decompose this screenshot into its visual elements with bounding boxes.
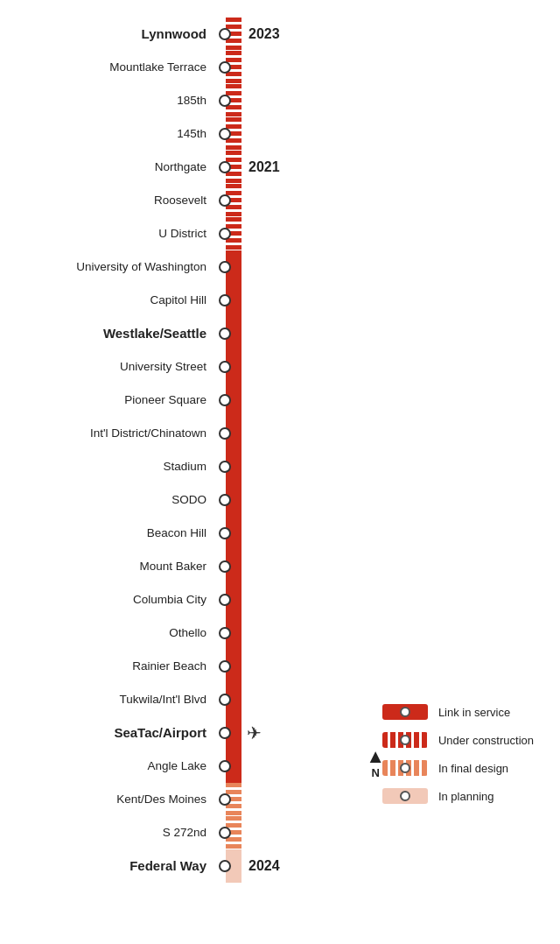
station-name: Lynnwood (0, 26, 217, 42)
station-name: U District (0, 227, 217, 241)
station-dot (217, 494, 233, 506)
station-name: University of Washington (0, 260, 217, 274)
station-row: 145th (0, 117, 560, 151)
station-name: SODO (0, 493, 217, 507)
station-name: Westlake/Seattle (0, 326, 217, 342)
station-row: Northgate2021 (0, 151, 560, 184)
station-name: Mountlake Terrace (0, 60, 217, 74)
station-dot-circle (219, 660, 231, 673)
station-name: Rainier Beach (0, 659, 217, 673)
station-dot-circle (219, 560, 231, 573)
station-dot (217, 128, 233, 140)
station-name: Pioneer Square (0, 393, 217, 407)
station-dot-circle (219, 261, 231, 273)
station-dot (217, 228, 233, 240)
station-dot-circle (219, 294, 231, 306)
station-row: Rainier Beach (0, 650, 560, 683)
station-dot (217, 527, 233, 539)
station-dot (217, 660, 233, 673)
station-row: Stadium (0, 450, 560, 483)
station-row: Angle Lake (0, 750, 560, 783)
station-name: 185th (0, 94, 217, 108)
station-dot-circle (219, 494, 231, 506)
station-name: Tukwila/Int'l Blvd (0, 693, 217, 707)
map-container: Lynnwood2023Mountlake Terrace185th145thN… (0, 0, 560, 909)
station-name: Northgate (0, 160, 217, 174)
station-row: U District (0, 217, 560, 250)
station-dot (217, 427, 233, 440)
station-dot-circle (219, 727, 231, 739)
station-row: Int'l District/Chinatown (0, 417, 560, 450)
station-dot-circle (219, 161, 231, 173)
station-row: University Street (0, 350, 560, 384)
station-dot (217, 61, 233, 74)
station-dot (217, 28, 233, 40)
station-name: Capitol Hill (0, 293, 217, 307)
station-name: Roosevelt (0, 194, 217, 208)
year-label: 2021 (248, 159, 280, 175)
station-name: University Street (0, 360, 217, 374)
station-dot-circle (219, 28, 231, 40)
station-name: Angle Lake (0, 759, 217, 773)
station-dot-circle (219, 627, 231, 639)
station-row: SeaTac/Airport✈ (0, 716, 560, 750)
station-dot (217, 294, 233, 306)
station-name: SeaTac/Airport (0, 725, 217, 741)
station-dot (217, 361, 233, 373)
station-name: Othello (0, 626, 217, 640)
station-dot-circle (219, 61, 231, 74)
station-dot-circle (219, 95, 231, 107)
station-row: 185th (0, 84, 560, 117)
station-row: Lynnwood2023 (0, 18, 560, 51)
station-row: Federal Way2024 (0, 849, 560, 883)
station-dot-circle (219, 194, 231, 207)
station-dot (217, 860, 233, 872)
station-dot-circle (219, 527, 231, 539)
station-row: Othello (0, 616, 560, 650)
station-row: Pioneer Square (0, 384, 560, 417)
station-name: Kent/Des Moines (0, 793, 217, 807)
station-dot-circle (219, 427, 231, 440)
station-name: Federal Way (0, 858, 217, 874)
station-name: S 272nd (0, 826, 217, 840)
station-dot (217, 95, 233, 107)
airport-icon: ✈ (247, 722, 262, 743)
station-dot (217, 560, 233, 573)
station-row: SODO (0, 483, 560, 517)
station-dot (217, 194, 233, 207)
station-name: 145th (0, 127, 217, 141)
station-row: University of Washington (0, 250, 560, 284)
station-dot-circle (219, 827, 231, 839)
station-name: Beacon Hill (0, 526, 217, 540)
station-dot-circle (219, 128, 231, 140)
station-dot (217, 328, 233, 340)
station-row: Kent/Des Moines (0, 783, 560, 816)
station-name: Columbia City (0, 593, 217, 607)
station-dot-circle (219, 394, 231, 406)
station-dot (217, 461, 233, 473)
station-dot (217, 827, 233, 839)
station-row: Mount Baker (0, 550, 560, 583)
year-label: 2024 (248, 858, 280, 874)
station-dot-circle (219, 694, 231, 706)
station-dot-circle (219, 328, 231, 340)
station-row: Columbia City (0, 583, 560, 616)
station-dot-circle (219, 860, 231, 872)
station-dot-circle (219, 228, 231, 240)
station-dot (217, 394, 233, 406)
station-dot (217, 694, 233, 706)
station-dot-circle (219, 760, 231, 772)
station-dot (217, 793, 233, 806)
station-name: Mount Baker (0, 560, 217, 574)
station-dot-circle (219, 461, 231, 473)
station-row: Beacon Hill (0, 517, 560, 550)
station-dot (217, 261, 233, 273)
station-dot (217, 727, 233, 739)
station-dot (217, 161, 233, 173)
station-dot-circle (219, 594, 231, 606)
station-name: Stadium (0, 460, 217, 474)
station-row: Tukwila/Int'l Blvd (0, 683, 560, 716)
station-row: Roosevelt (0, 184, 560, 217)
station-dot (217, 594, 233, 606)
station-dot-circle (219, 361, 231, 373)
